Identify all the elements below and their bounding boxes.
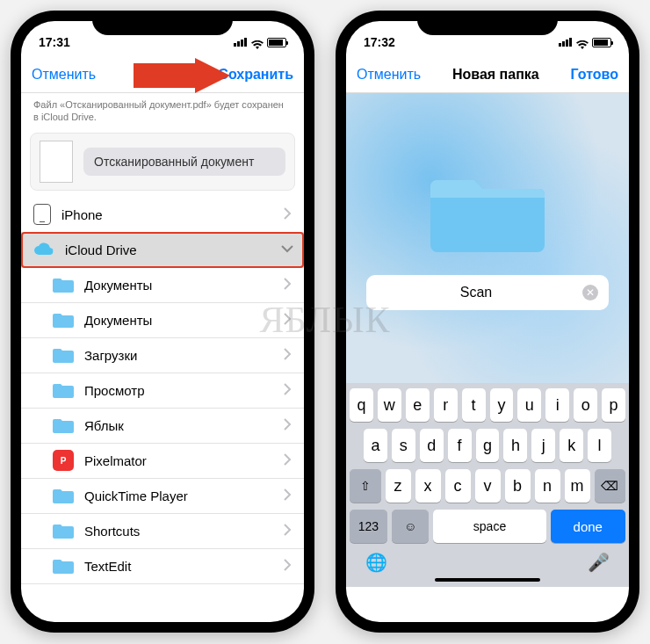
location-iphone[interactable]: iPhone [21,198,304,233]
key-n[interactable]: n [535,469,560,503]
key-f[interactable]: f [448,429,472,462]
key-backspace[interactable]: ⌫ [595,469,626,503]
iphone-mockup-left: 17:31 Отменить Сохранить Файл «Отсканиро [11,11,314,633]
folder-name-input[interactable] [377,285,576,300]
key-s[interactable]: s [392,429,415,462]
chevron-down-icon [283,242,292,257]
navigation-bar: Отменить Новая папка Готово [346,56,629,93]
new-folder-icon[interactable] [188,66,209,83]
chevron-right-icon [283,559,292,574]
key-p[interactable]: p [602,388,625,422]
notch [92,11,233,35]
battery-icon [267,38,286,47]
chevron-right-icon [283,453,292,468]
folder-icon [53,346,74,364]
folder-row[interactable]: QuickTime Player [21,479,304,514]
status-time: 17:32 [364,35,395,49]
cellular-signal-icon [559,38,573,47]
key-m[interactable]: m [565,469,590,503]
keyboard: qwertyuiop asdfghjkl ⇧zxcvbnm⌫ 123 ☺ spa… [346,383,629,587]
key-q[interactable]: q [350,388,373,422]
key-k[interactable]: k [560,429,583,462]
key-123[interactable]: 123 [350,510,387,543]
folder-icon [53,276,74,293]
key-j[interactable]: j [531,429,555,462]
new-folder-panel: ✕ [346,93,629,383]
iphone-mockup-right: 17:32 Отменить Новая папка Готово ✕ [336,11,639,633]
key-u[interactable]: u [517,388,541,422]
folder-name-field[interactable]: ✕ [366,275,610,310]
key-l[interactable]: l [588,429,611,462]
chevron-right-icon [283,348,292,363]
folder-row[interactable]: TextEdit [21,549,304,584]
key-w[interactable]: w [378,388,401,422]
key-b[interactable]: b [505,469,531,503]
key-v[interactable]: v [475,469,501,503]
folder-name: Документы [84,278,152,293]
key-c[interactable]: c [445,469,471,503]
folder-row[interactable]: PPixelmator [21,444,304,479]
folder-row[interactable]: Загрузки [21,338,304,373]
key-o[interactable]: o [574,388,597,422]
folder-row[interactable]: Яблык [21,409,304,444]
notch [417,11,558,35]
wifi-icon [576,38,589,47]
save-hint-text: Файл «Отсканированный документ.pdf» буде… [21,93,304,131]
folder-name: Shortcuts [84,524,140,539]
key-t[interactable]: t [462,388,486,422]
chevron-right-icon [283,207,292,222]
key-emoji[interactable]: ☺ [392,510,430,543]
save-button[interactable]: Сохранить [218,67,293,83]
iphone-icon [33,204,51,225]
chevron-right-icon [283,313,292,328]
folder-name: TextEdit [84,559,131,574]
key-g[interactable]: g [476,429,500,462]
location-label: iCloud Drive [65,242,137,257]
folder-icon [53,311,74,329]
folder-name: Яблык [84,418,124,433]
mic-icon[interactable]: 🎤 [588,552,610,573]
folder-row[interactable]: Документы [21,268,304,303]
key-i[interactable]: i [545,388,569,422]
home-indicator [435,578,540,582]
red-highlight-box [21,232,304,268]
folder-row[interactable]: Документы [21,303,304,338]
big-folder-icon [430,166,545,254]
key-y[interactable]: y [490,388,514,422]
key-r[interactable]: r [434,388,458,422]
status-time: 17:31 [39,35,70,49]
wifi-icon [251,38,264,47]
key-e[interactable]: e [406,388,430,422]
location-icloud-drive[interactable]: iCloud Drive [21,233,304,268]
folder-icon [53,416,74,434]
chevron-right-icon [283,278,292,293]
nav-title: Новая папка [452,67,539,83]
key-x[interactable]: x [415,469,441,503]
key-shift[interactable]: ⇧ [350,469,381,503]
document-card: Отсканированный документ [30,133,295,191]
folder-row[interactable]: Shortcuts [21,514,304,549]
folder-row[interactable]: Просмотр [21,373,304,409]
clear-text-icon[interactable]: ✕ [582,285,598,300]
folder-name: Документы [84,313,152,328]
key-z[interactable]: z [386,469,411,503]
battery-icon [592,38,611,47]
document-thumbnail [40,141,73,183]
app-icon: P [53,450,74,471]
key-h[interactable]: h [503,429,527,462]
key-space[interactable]: space [433,510,545,543]
key-d[interactable]: d [420,429,444,462]
folder-icon [53,487,74,504]
navigation-bar: Отменить Сохранить [21,56,304,93]
cancel-button[interactable]: Отменить [357,67,421,83]
key-a[interactable]: a [364,429,387,462]
done-button[interactable]: Готово [571,67,618,83]
folder-icon [53,522,74,539]
cancel-button[interactable]: Отменить [32,67,96,83]
cellular-signal-icon [234,38,248,47]
globe-icon[interactable]: 🌐 [365,552,387,573]
location-label: iPhone [61,207,103,222]
folder-icon [53,381,74,399]
key-done[interactable]: done [551,510,625,543]
document-name-field[interactable]: Отсканированный документ [83,148,285,176]
